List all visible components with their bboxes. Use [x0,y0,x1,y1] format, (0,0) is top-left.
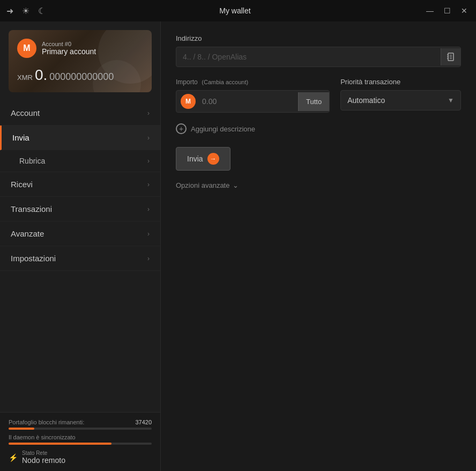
daemon-progress-fill [9,443,111,445]
avanzate-nav-label: Avanzate [11,229,44,238]
account-nav-label: Account [11,108,40,117]
svg-rect-5 [447,56,449,57]
amount-section: Importo (Cambia account) M Tutto [176,78,330,113]
address-label: Indirizzo [176,34,461,42]
priority-select-group: Automatico Lenta Normale Veloce Flash ▼ [340,90,461,111]
svg-rect-6 [447,58,449,59]
send-button[interactable]: Invia → [176,147,230,171]
ricevi-chevron-icon: › [147,181,150,188]
amount-input[interactable] [200,92,298,111]
main-layout: M Account #0 Primary account XMR 0. 0000… [0,21,476,471]
close-button[interactable]: ✕ [459,5,470,16]
titlebar-right-controls: — ☐ ✕ [425,5,470,16]
send-label: Invia [187,154,203,163]
account-name: Primary account [42,47,96,56]
account-chevron-icon: › [147,109,150,117]
status-blocks-row: Portafoglio blocchi rimanenti: 37420 [9,419,152,425]
invia-nav-label: Invia [12,133,29,142]
daemon-progress-bar [9,443,152,445]
avanzate-chevron-icon: › [147,230,150,238]
titlebar: ➜ ☀ ☾ My wallet — ☐ ✕ [0,0,476,21]
network-value: Nodo remoto [22,456,65,465]
sidebar-item-account[interactable]: Account › [0,101,160,126]
sidebar-item-avanzate[interactable]: Avanzate › [0,222,160,246]
balance-decimal: 000000000000 [49,71,114,83]
rubrica-chevron-icon: › [147,157,150,165]
content-panel: Indirizzo Importo (Cambia [161,21,476,471]
sidebar-item-impostazioni[interactable]: Impostazioni › [0,246,160,271]
account-number: Account #0 [42,41,96,47]
amount-input-group: M Tutto [176,90,330,113]
minimize-button[interactable]: — [425,5,435,16]
network-status-row: ⚡ Stato Rete Nodo remoto [9,450,152,465]
priority-label: Priorità transazione [340,78,461,86]
account-header: M Account #0 Primary account [17,39,143,58]
network-info: Stato Rete Nodo remoto [22,450,65,465]
moon-icon[interactable]: ☾ [38,6,46,16]
sidebar: M Account #0 Primary account XMR 0. 0000… [0,21,161,471]
blocks-progress-fill [9,428,34,430]
nav-items: Account › Invia › Rubrica › Ricevi › Tra… [0,101,160,412]
forward-icon[interactable]: ➜ [6,6,13,16]
blocks-progress-bar [9,428,152,430]
bolt-icon: ⚡ [9,453,18,462]
address-input-group [176,47,461,67]
monero-logo-avatar: M [17,39,36,58]
impostazioni-nav-label: Impostazioni [11,254,56,263]
advanced-options-toggle[interactable]: Opzioni avanzate ⌄ [176,181,461,189]
blocks-label: Portafoglio blocchi rimanenti: [9,419,84,425]
amount-priority-row: Importo (Cambia account) M Tutto Priorit… [176,78,461,113]
invia-chevron-icon: › [147,134,150,142]
maximize-button[interactable]: ☐ [442,5,452,16]
titlebar-left-icons: ➜ ☀ ☾ [6,6,46,16]
globe-icon[interactable]: ☀ [22,6,29,16]
balance-row: XMR 0. 000000000000 [17,67,143,84]
add-description-button[interactable]: + Aggiungi descrizione [176,123,461,134]
priority-section: Priorità transazione Automatico Lenta No… [340,78,461,113]
ricevi-nav-label: Ricevi [11,180,33,189]
plus-circle-icon: + [176,123,187,134]
network-label: Stato Rete [22,450,65,456]
advanced-options-label: Opzioni avanzate [176,181,229,189]
send-arrow-icon: → [207,153,219,165]
balance-whole: 0. [35,67,47,84]
titlebar-title: My wallet [46,6,425,15]
select-arrow-icon: ▼ [441,97,460,104]
sidebar-item-ricevi[interactable]: Ricevi › [0,172,160,197]
impostazioni-chevron-icon: › [147,255,150,262]
rubrica-nav-label: Rubrica [19,157,45,165]
account-card[interactable]: M Account #0 Primary account XMR 0. 0000… [9,30,152,92]
balance-currency: XMR [17,73,33,82]
amount-label: Importo (Cambia account) [176,78,330,86]
transazioni-chevron-icon: › [147,205,150,213]
daemon-status-label: Il daemon è sincronizzato [9,434,152,440]
svg-rect-4 [447,54,449,55]
priority-select[interactable]: Automatico Lenta Normale Veloce Flash [341,91,441,110]
add-description-label: Aggiungi descrizione [191,125,255,133]
tutto-button[interactable]: Tutto [298,92,329,111]
transazioni-nav-label: Transazioni [11,204,52,214]
account-info: Account #0 Primary account [42,41,96,56]
address-book-button[interactable] [441,48,460,65]
status-bar: Portafoglio blocchi rimanenti: 37420 Il … [0,412,160,471]
advanced-chevron-down-icon: ⌄ [233,181,239,189]
blocks-count: 37420 [135,419,152,425]
sidebar-item-invia[interactable]: Invia › [0,126,160,150]
sidebar-item-rubrica[interactable]: Rubrica › [0,150,160,172]
monero-logo-tiny: M [181,94,196,109]
address-input[interactable] [176,47,441,67]
sidebar-item-transazioni[interactable]: Transazioni › [0,197,160,222]
